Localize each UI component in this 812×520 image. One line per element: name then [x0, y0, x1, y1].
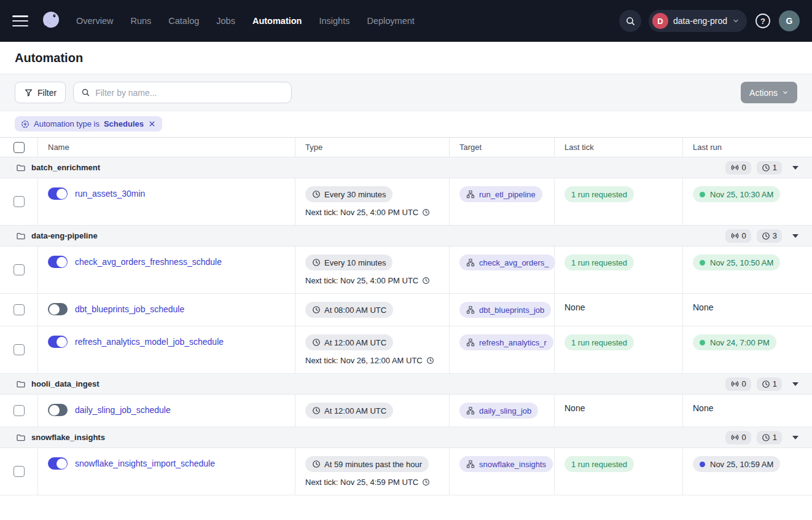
schedule-type-badge: At 59 minutes past the hour [305, 456, 429, 472]
dagster-logo[interactable] [38, 8, 64, 34]
table-row: snowflake_insights_import_scheduleAt 59 … [0, 448, 812, 495]
target-name: daily_sling_job [479, 406, 531, 416]
row-checkbox[interactable] [14, 196, 25, 207]
folder-icon [16, 231, 26, 241]
page-title: Automation [15, 51, 83, 65]
schedule-name-link[interactable]: check_avg_orders_freshness_schdule [75, 257, 222, 267]
last-tick-status[interactable]: 1 run requested [564, 254, 634, 270]
schedule-type-text: At 59 minutes past the hour [324, 460, 422, 469]
top-nav: OverviewRunsCatalogJobsAutomationInsight… [0, 0, 812, 42]
filter-button[interactable]: Filter [15, 82, 66, 103]
filter-button-label: Filter [37, 88, 57, 98]
schedule-count-badge: 1 [757, 431, 782, 444]
schedule-toggle[interactable] [48, 457, 68, 470]
select-all-checkbox[interactable] [14, 142, 25, 153]
nav-item-runs[interactable]: Runs [130, 16, 151, 26]
nav-item-catalog[interactable]: Catalog [168, 16, 199, 26]
page-header: Automation [0, 42, 812, 74]
last-run-status[interactable]: Nov 25, 10:50 AM [693, 254, 780, 270]
schedule-name-link[interactable]: snowflake_insights_import_schedule [75, 459, 215, 468]
last-run-status[interactable]: Nov 25, 10:30 AM [693, 186, 780, 202]
schedule-name-link[interactable]: dbt_blueprints_job_schedule [75, 304, 184, 314]
nav-item-jobs[interactable]: Jobs [216, 16, 235, 26]
sensor-count: 0 [742, 163, 746, 172]
schedule-name-link[interactable]: refresh_analytics_model_job_schedule [75, 337, 224, 347]
row-checkbox[interactable] [14, 264, 25, 275]
clock-icon [762, 380, 770, 388]
row-checkbox[interactable] [14, 344, 25, 355]
clock-icon [312, 460, 321, 468]
row-checkbox[interactable] [14, 405, 25, 416]
last-tick-status[interactable]: 1 run requested [564, 456, 634, 472]
target-pill[interactable]: dbt_blueprints_job [459, 302, 551, 318]
schedule-toggle[interactable] [48, 187, 68, 200]
actions-button[interactable]: Actions [741, 82, 797, 103]
clock-icon [426, 357, 434, 364]
sensor-icon [730, 433, 740, 442]
target-pill[interactable]: check_avg_orders_ [459, 254, 555, 270]
last-run-time: Nov 25, 10:50 AM [710, 258, 773, 267]
row-checkbox[interactable] [14, 466, 25, 477]
group-row-hooli_data_ingest[interactable]: hooli_data_ingest01 [0, 374, 812, 395]
group-row-batch_enrichment[interactable]: batch_enrichment01 [0, 157, 812, 178]
clock-icon [312, 338, 321, 347]
last-run-time: Nov 24, 7:00 PM [710, 338, 770, 347]
collapse-caret-icon[interactable] [792, 382, 798, 386]
target-pill[interactable]: snowflake_insights [459, 456, 553, 472]
deployment-avatar: D [652, 13, 668, 29]
job-graph-icon [466, 305, 475, 314]
deployment-selector[interactable]: D data-eng-prod [649, 10, 747, 32]
last-tick-status[interactable]: 1 run requested [564, 334, 634, 350]
collapse-caret-icon[interactable] [792, 166, 798, 170]
filter-chip-automation-type[interactable]: Automation type is Schedules [15, 116, 162, 132]
user-avatar[interactable]: G [779, 10, 800, 31]
sensor-count: 0 [742, 433, 746, 442]
schedule-count-badge: 3 [757, 229, 782, 243]
target-name: run_etl_pipeline [479, 190, 536, 199]
nav-links: OverviewRunsCatalogJobsAutomationInsight… [76, 16, 415, 26]
table-row: check_avg_orders_freshness_schduleEvery … [0, 246, 812, 294]
sensor-count: 0 [742, 231, 746, 240]
target-pill[interactable]: refresh_analytics_r [459, 334, 553, 350]
nav-item-automation[interactable]: Automation [252, 16, 302, 26]
chevron-down-icon [732, 17, 740, 25]
nav-item-deployment[interactable]: Deployment [367, 16, 414, 26]
target-pill[interactable]: run_etl_pipeline [459, 186, 542, 202]
search-icon[interactable] [619, 10, 641, 32]
run-status-dot [700, 260, 705, 266]
nav-item-overview[interactable]: Overview [76, 16, 113, 26]
group-name: batch_enrichment [31, 163, 100, 172]
remove-filter-icon[interactable] [148, 120, 156, 128]
clock-icon [312, 406, 321, 415]
schedule-toggle[interactable] [48, 336, 68, 348]
group-row-snowflake_insights[interactable]: snowflake_insights01 [0, 427, 812, 448]
hamburger-menu-icon[interactable] [12, 15, 28, 26]
row-checkbox[interactable] [14, 304, 25, 315]
table-body: batch_enrichment01run_assets_30minEvery … [0, 157, 812, 495]
last-run-status[interactable]: Nov 25, 10:59 AM [693, 456, 780, 472]
schedule-count-badge: 1 [757, 161, 782, 175]
schedule-toggle[interactable] [48, 404, 68, 416]
clock-icon [422, 277, 430, 285]
schedule-count: 1 [773, 433, 777, 442]
sensor-count-badge: 0 [725, 229, 751, 243]
filter-by-name-input[interactable] [95, 88, 284, 98]
target-pill[interactable]: daily_sling_job [459, 403, 538, 419]
filter-chip-prefix: Automation type is [34, 119, 100, 128]
help-icon[interactable]: ? [754, 12, 771, 30]
collapse-caret-icon[interactable] [792, 436, 798, 439]
last-tick-status[interactable]: 1 run requested [564, 186, 634, 202]
schedule-toggle[interactable] [48, 303, 68, 315]
schedule-name-link[interactable]: daily_sling_job_schedule [75, 405, 171, 415]
folder-icon [16, 163, 26, 173]
group-row-data-eng-pipeline[interactable]: data-eng-pipeline03 [0, 226, 812, 246]
schedule-toggle[interactable] [48, 256, 68, 268]
toggle-knob [57, 459, 67, 469]
clock-icon [762, 433, 770, 442]
collapse-caret-icon[interactable] [792, 234, 798, 238]
nav-item-insights[interactable]: Insights [319, 16, 349, 26]
last-run-status[interactable]: Nov 24, 7:00 PM [693, 334, 776, 350]
schedule-type-badge: At 12:00 AM UTC [305, 403, 393, 419]
schedule-name-link[interactable]: run_assets_30min [75, 189, 145, 199]
table-row: run_assets_30minEvery 30 minutesNext tic… [0, 178, 812, 226]
